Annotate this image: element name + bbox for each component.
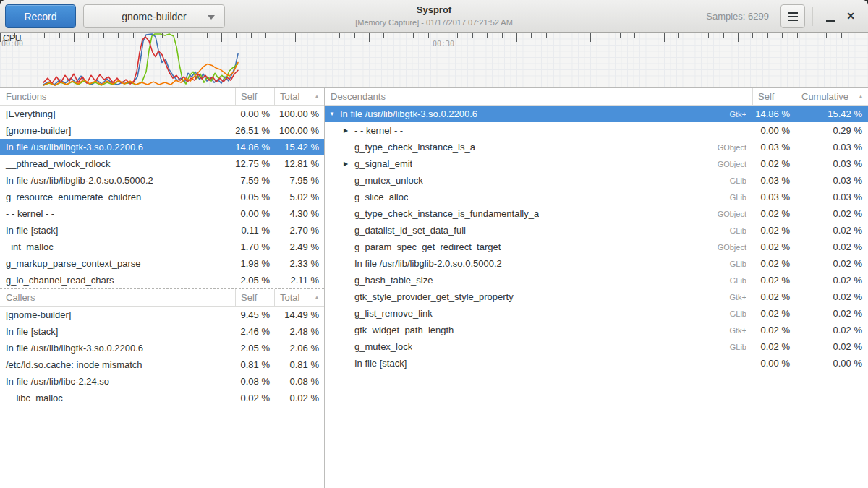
table-row[interactable]: g_io_channel_read_chars2.05 %2.11 %: [0, 272, 324, 288]
tree-row[interactable]: gtk_style_provider_get_style_propertyGtk…: [325, 288, 868, 305]
expander-open-icon[interactable]: ▼: [329, 111, 340, 117]
table-row[interactable]: /etc/ld.so.cache: inode mismatch0.81 %0.…: [0, 356, 324, 373]
table-row[interactable]: In file [stack]0.11 %2.70 %: [0, 222, 324, 239]
table-row[interactable]: g_resource_enumerate_children0.05 %5.02 …: [0, 189, 324, 205]
time-label-mid: 00:30: [433, 40, 454, 48]
self-percent: 0.08 %: [235, 376, 274, 387]
window-subtitle: [Memory Capture] - 01/17/2017 07:21:52 A…: [231, 18, 637, 27]
tree-row[interactable]: In file /usr/lib/libglib-2.0.so.0.5000.2…: [325, 255, 868, 272]
category-badge: GObject: [718, 243, 752, 252]
tree-row[interactable]: ▼In file /usr/lib/libgtk-3.so.0.2200.6Gt…: [325, 106, 868, 122]
minimize-button[interactable]: [820, 4, 841, 28]
self-column-header[interactable]: Self: [235, 88, 274, 105]
record-button[interactable]: Record: [5, 4, 76, 28]
function-name: In file [stack]: [0, 326, 235, 337]
time-label-start: 00:00: [1, 40, 23, 48]
tree-row[interactable]: ▶- - kernel - -0.00 %0.29 %: [325, 122, 868, 139]
tree-row[interactable]: g_datalist_id_set_data_fullGLib0.02 %0.0…: [325, 222, 868, 239]
left-pane: Functions Self Total ▲ [Everything]0.00 …: [0, 88, 325, 488]
functions-column-header[interactable]: Functions: [0, 91, 235, 102]
table-row[interactable]: In file [stack]2.46 %2.48 %: [0, 323, 324, 340]
function-name: g_io_channel_read_chars: [0, 275, 235, 286]
self-percent: 0.00 %: [235, 208, 274, 219]
tree-row[interactable]: g_mutex_unlockGLib0.03 %0.03 %: [325, 172, 868, 189]
cumulative-percent: 0.02 %: [796, 341, 868, 352]
callers-column-header[interactable]: Callers: [0, 292, 235, 303]
cumulative-percent: 15.42 %: [796, 108, 868, 119]
table-row[interactable]: In file /usr/lib/libglib-2.0.so.0.5000.2…: [0, 172, 324, 189]
cpu-graph[interactable]: CPU 00:00 00:30: [0, 33, 868, 88]
tree-row[interactable]: g_hash_table_sizeGLib0.02 %0.02 %: [325, 272, 868, 288]
self-percent: 0.00 %: [235, 108, 274, 119]
self-percent: 7.59 %: [235, 175, 274, 186]
self-percent: 0.02 %: [752, 208, 796, 219]
category-badge: Gtk+: [729, 110, 752, 119]
cumulative-percent: 0.29 %: [796, 125, 868, 136]
table-row[interactable]: [gnome-builder]9.45 %14.49 %: [0, 307, 324, 323]
total-percent: 2.49 %: [274, 241, 324, 252]
function-name: gtk_widget_path_length: [354, 325, 454, 335]
total-percent: 15.42 %: [274, 142, 324, 153]
total-percent: 0.02 %: [274, 393, 324, 403]
table-row[interactable]: _int_malloc1.70 %2.49 %: [0, 239, 324, 255]
self-percent: 9.45 %: [235, 309, 274, 320]
table-row[interactable]: g_markup_parse_context_parse1.98 %2.33 %: [0, 255, 324, 272]
expander-closed-icon[interactable]: ▶: [344, 160, 354, 167]
category-badge: Gtk+: [729, 293, 752, 301]
function-name: - - kernel - -: [0, 208, 235, 219]
function-name: g_hash_table_size: [354, 275, 433, 286]
self-percent: 0.03 %: [752, 192, 796, 202]
table-row[interactable]: [gnome-builder]26.51 %100.00 %: [0, 122, 324, 139]
tree-row[interactable]: g_list_remove_linkGLib0.02 %0.02 %: [325, 305, 868, 322]
function-name: g_type_check_instance_is_a: [354, 142, 475, 153]
self-percent: 0.02 %: [752, 308, 796, 319]
descendants-table-body: ▼In file /usr/lib/libgtk-3.so.0.2200.6Gt…: [325, 106, 868, 372]
category-badge: GLib: [730, 193, 752, 202]
tree-row[interactable]: g_type_check_instance_is_aGObject0.03 %0…: [325, 139, 868, 155]
cumulative-percent: 0.03 %: [796, 142, 868, 153]
callers-table-body: [gnome-builder]9.45 %14.49 %In file [sta…: [0, 307, 324, 406]
function-name: __libc_malloc: [0, 393, 235, 403]
cumulative-column-header[interactable]: Cumulative ▲: [796, 88, 868, 105]
function-name: In file /usr/lib/libglib-2.0.so.0.5000.2: [0, 175, 235, 186]
chevron-down-icon: [208, 15, 215, 20]
self-percent: 0.02 %: [752, 341, 796, 352]
self-column-header[interactable]: Self: [752, 88, 796, 105]
total-percent: 0.81 %: [274, 359, 324, 370]
tree-row[interactable]: g_type_check_instance_is_fundamentally_a…: [325, 205, 868, 222]
self-column-header[interactable]: Self: [235, 289, 274, 306]
total-column-header[interactable]: Total ▲: [274, 88, 324, 105]
total-percent: 2.11 %: [274, 275, 324, 286]
table-row[interactable]: In file /usr/lib/libgtk-3.so.0.2200.614.…: [0, 139, 324, 155]
function-name: [gnome-builder]: [0, 125, 235, 136]
cumulative-percent: 0.03 %: [796, 175, 868, 186]
cumulative-percent: 0.02 %: [796, 291, 868, 302]
tree-row[interactable]: g_mutex_lockGLib0.02 %0.02 %: [325, 338, 868, 355]
tree-row[interactable]: In file [stack]0.00 %0.00 %: [325, 355, 868, 372]
tree-row[interactable]: ▶g_signal_emitGObject0.02 %0.03 %: [325, 155, 868, 172]
total-percent: 0.08 %: [274, 376, 324, 387]
expander-closed-icon[interactable]: ▶: [344, 127, 354, 134]
table-row[interactable]: In file /usr/lib/libgtk-3.so.0.2200.62.0…: [0, 340, 324, 356]
sysprof-window: Record gnome-builder Sysprof [Memory Cap…: [0, 0, 868, 488]
function-name: __pthread_rwlock_rdlock: [0, 158, 235, 169]
table-row[interactable]: [Everything]0.00 %100.00 %: [0, 106, 324, 122]
function-name: g_type_check_instance_is_fundamentally_a: [354, 208, 539, 219]
menu-button[interactable]: [780, 4, 805, 28]
close-button[interactable]: ✕: [841, 4, 861, 28]
table-row[interactable]: In file /usr/lib/libc-2.24.so0.08 %0.08 …: [0, 373, 324, 390]
self-percent: 0.03 %: [752, 142, 796, 153]
descendants-column-header[interactable]: Descendants: [325, 91, 752, 102]
tree-row[interactable]: gtk_widget_path_lengthGtk+0.02 %0.02 %: [325, 322, 868, 338]
function-name: In file /usr/lib/libc-2.24.so: [0, 376, 235, 387]
total-column-header[interactable]: Total ▲: [274, 289, 324, 306]
tree-row[interactable]: g_param_spec_get_redirect_targetGObject0…: [325, 239, 868, 255]
cumulative-percent: 0.02 %: [796, 241, 868, 252]
table-row[interactable]: __pthread_rwlock_rdlock12.75 %12.81 %: [0, 155, 324, 172]
target-dropdown[interactable]: gnome-builder: [83, 4, 225, 28]
tree-row[interactable]: g_slice_allocGLib0.03 %0.03 %: [325, 189, 868, 205]
table-row[interactable]: - - kernel - -0.00 %4.30 %: [0, 205, 324, 222]
cumulative-percent: 0.02 %: [796, 258, 868, 269]
table-row[interactable]: __libc_malloc0.02 %0.02 %: [0, 390, 324, 406]
self-percent: 12.75 %: [235, 158, 274, 169]
